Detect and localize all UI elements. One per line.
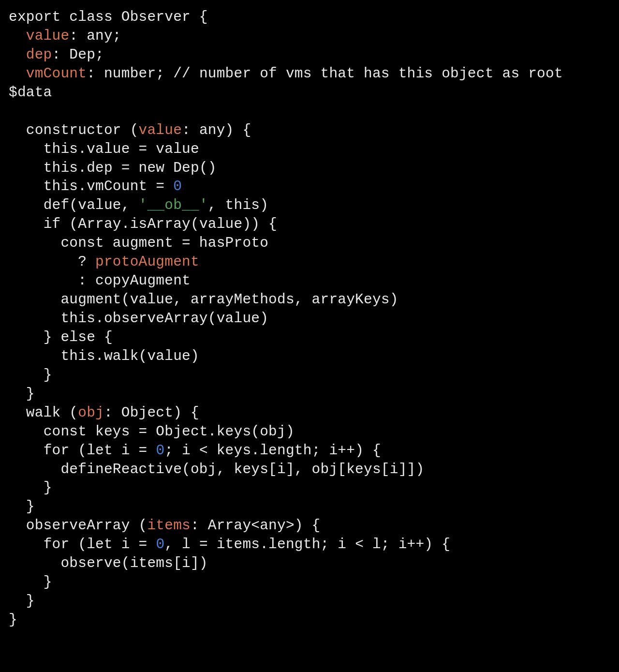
code-token: } [9,386,35,402]
code-token: } [9,367,52,383]
code-token: : Dep; [52,46,104,63]
code-token: walk ( [9,404,78,421]
code-token: } else { [9,329,113,345]
code-token: } [9,593,35,609]
code-token: value [139,122,182,138]
code-token: this.value = value [9,141,199,157]
code-token [9,46,26,63]
code-token: if (Array.isArray(value)) { [9,216,277,232]
code-token: : any) { [182,122,251,138]
code-token: defineReactive(obj, keys[i], obj[keys[i]… [9,461,424,478]
code-token: const keys = Object.keys(obj) [9,423,295,440]
code-token: , l = items.length; i < l; i++) { [164,536,450,553]
code-token: dep [26,46,52,63]
code-token: ? [9,254,95,270]
code-token: observeArray ( [9,517,147,534]
code-token: constructor ( [9,122,139,138]
code-token: 0 [156,536,164,553]
code-token: 0 [173,178,182,194]
code-token: def(value, [9,197,139,213]
code-token: const augment = hasProto [9,235,268,251]
code-token: vmCount [26,65,87,82]
code-token: this.dep = new Dep() [9,160,217,176]
code-token: : copyAugment [9,272,191,289]
code-token: protoAugment [95,254,199,270]
code-token: } [9,574,52,590]
code-token: this.walk(value) [9,348,199,364]
code-token: : any; [69,28,121,44]
code-block: export class Observer { value: any; dep:… [0,0,619,637]
code-token: } [9,612,17,628]
code-token: : number; [87,65,173,82]
code-token: for (let i = [9,442,156,459]
code-token: export class Observer { [9,9,208,25]
code-token: this.vmCount = [9,178,173,194]
code-token: observe(items[i]) [9,555,208,571]
code-token: for (let i = [9,536,156,553]
code-token: 0 [156,442,164,459]
code-token: ; i < keys.length; i++) { [164,442,381,459]
code-token: augment(value, arrayMethods, arrayKeys) [9,291,398,308]
code-token: items [147,517,191,534]
code-token [9,28,26,44]
code-token: this.observeArray(value) [9,310,268,327]
code-token [9,65,26,82]
code-token: } [9,498,35,515]
code-token: obj [78,404,104,421]
code-token: '__ob__' [139,197,208,213]
code-token: value [26,28,70,44]
code-token: } [9,479,52,496]
code-token: , this) [208,197,268,213]
code-token: : Object) { [104,404,199,421]
code-token: : Array<any>) { [191,517,321,534]
